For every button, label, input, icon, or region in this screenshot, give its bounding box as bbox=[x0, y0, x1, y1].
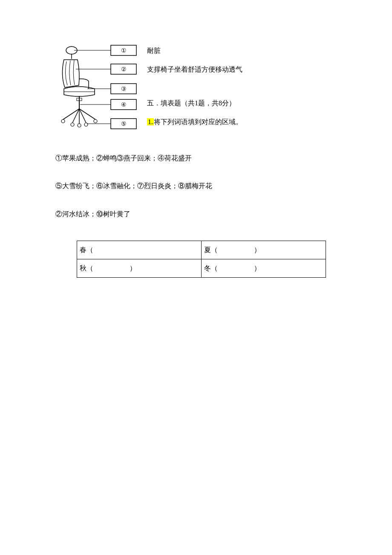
section-heading: 五．填表题（共1题，共8分） bbox=[147, 98, 242, 109]
diagram-label-2: ② bbox=[121, 66, 127, 73]
diagram-label-1: ① bbox=[121, 47, 127, 54]
seasons-table: 春（ 夏 （ ） 秋 （ ） bbox=[77, 241, 326, 277]
cell-spring: 春（ bbox=[77, 241, 202, 259]
svg-point-12 bbox=[78, 124, 81, 127]
question-text: 将下列词语填到对应的区域。 bbox=[154, 118, 242, 125]
diagram-label-4: ④ bbox=[121, 102, 127, 108]
annotation-line-2: 支撑椅子坐着舒适方便移动透气 bbox=[147, 64, 242, 75]
question-prompt: 1.将下列词语填到对应的区域。 bbox=[147, 116, 242, 128]
cell-autumn: 秋 （ ） bbox=[77, 259, 202, 277]
word-list-line-2: ⑤大雪纷飞；⑥冰雪融化；⑦烈日炎炎；⑧腊梅开花 bbox=[55, 180, 337, 192]
cell-summer: 夏 （ ） bbox=[202, 241, 326, 259]
svg-point-10 bbox=[61, 119, 65, 123]
svg-point-11 bbox=[71, 123, 74, 126]
chair-diagram: ① ② ③ ④ ⑤ bbox=[55, 43, 141, 136]
word-list-line-3: ②河水结冰；⑩树叶黄了 bbox=[55, 209, 337, 220]
question-number: 1. bbox=[147, 118, 154, 125]
diagram-label-3: ③ bbox=[121, 86, 127, 92]
diagram-label-5: ⑤ bbox=[121, 121, 127, 127]
annotation-line-1: 耐脏 bbox=[147, 45, 242, 56]
svg-point-13 bbox=[84, 123, 88, 126]
word-list-line-1: ①苹果成熟；②蝉鸣③燕子回来；④荷花盛开 bbox=[55, 153, 337, 164]
svg-point-14 bbox=[94, 119, 97, 123]
cell-winter: 冬 （ ） bbox=[202, 259, 326, 277]
